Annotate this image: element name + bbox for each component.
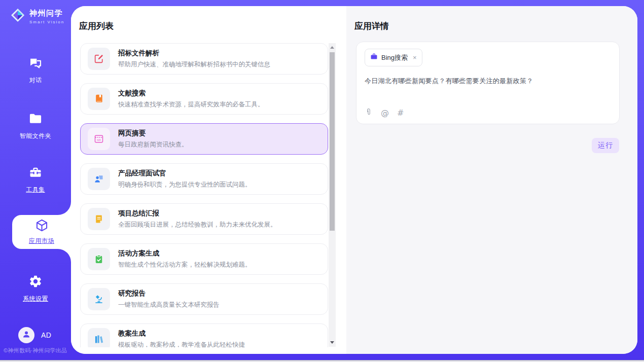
sidebar-item-label: 智能文件夹 xyxy=(20,132,52,140)
folder-icon xyxy=(28,112,43,128)
app-detail-panel: 应用详情 Bing搜索 × 今日湖北有哪些新闻要点？有哪些需要关注的最新政策？ xyxy=(346,6,637,354)
app-desc: 帮助用户快速、准确地理解和解析招标书中的关键信息 xyxy=(118,60,270,69)
book-icon xyxy=(88,88,110,110)
app-list-panel: 应用列表 招标文件解析 帮助用户快速、准确地理解和解析招标书中的关键信息 文献搜… xyxy=(71,6,346,354)
app-title: 研究报告 xyxy=(118,289,220,298)
app-desc: 全面回顾项目进展，总结经验教训，助力未来优化发展。 xyxy=(118,221,277,229)
app-logo: 神州问学 Smart Vision xyxy=(10,8,64,25)
sidebar-item-app-market-active[interactable]: 应用市场 xyxy=(12,215,71,249)
avatar xyxy=(18,327,34,343)
sidebar-item-label: 应用市场 xyxy=(29,237,54,245)
app-list: 招标文件解析 帮助用户快速、准确地理解和解析招标书中的关键信息 文献搜索 快速精… xyxy=(80,43,328,347)
sidebar-item-toolset[interactable]: 工具集 xyxy=(0,165,71,194)
person-icon xyxy=(22,330,31,341)
prompt-card[interactable]: Bing搜索 × 今日湖北有哪些新闻要点？有哪些需要关注的最新政策？ @ # xyxy=(356,42,620,124)
scroll-down-arrow-icon[interactable] xyxy=(330,341,334,344)
app-desc: 明确身份和职责，为您提供专业性的面试问题。 xyxy=(118,180,252,189)
interview-icon xyxy=(88,168,110,190)
scrollbar-thumb[interactable] xyxy=(330,52,335,231)
app-list-title: 应用列表 xyxy=(79,20,114,32)
tool-tag-label: Bing搜索 xyxy=(381,53,408,62)
logo-subtitle: Smart Vision xyxy=(29,20,64,24)
sidebar-item-label: 对话 xyxy=(29,76,42,85)
prompt-text-input[interactable]: 今日湖北有哪些新闻要点？有哪些需要关注的最新政策？ xyxy=(365,77,611,86)
app-desc: 快速精准查找学术资源，提高研究效率的必备工具。 xyxy=(118,100,264,109)
svg-text:</>: </> xyxy=(97,138,101,141)
app-title: 活动方案生成 xyxy=(118,249,252,258)
tool-tag-bing-search[interactable]: Bing搜索 × xyxy=(365,49,422,66)
list-item-8[interactable]: 教案生成 模板驱动，教案秒成，教学准备从此轻松快捷 xyxy=(80,323,328,347)
clipboard-check-icon xyxy=(88,248,110,270)
paperclip-icon[interactable] xyxy=(365,108,373,118)
list-item-4[interactable]: 产品经理面试官 明确身份和职责，为您提供专业性的面试问题。 xyxy=(80,163,328,195)
at-icon[interactable]: @ xyxy=(381,109,389,117)
sidebar-item-label: 系统设置 xyxy=(23,295,48,303)
list-scrollbar[interactable] xyxy=(329,43,336,347)
app-title: 产品经理面试官 xyxy=(118,169,252,178)
list-item-2[interactable]: 文献搜索 快速精准查找学术资源，提高研究效率的必备工具。 xyxy=(80,83,328,115)
app-title: 网页摘要 xyxy=(118,129,188,138)
app-desc: 每日政府新闻资讯快查。 xyxy=(118,140,188,149)
app-detail-title: 应用详情 xyxy=(354,20,389,32)
hash-icon[interactable]: # xyxy=(397,109,404,117)
toolbox-icon xyxy=(28,165,43,182)
web-code-icon: </> xyxy=(88,128,110,150)
scroll-up-arrow-icon[interactable] xyxy=(330,46,334,49)
sidebar-item-settings[interactable]: 系统设置 xyxy=(0,274,71,303)
sidebar: 神州问学 Smart Vision 对话 智能文件夹 工具集 xyxy=(0,0,71,360)
app-desc: 模板驱动，教案秒成，教学准备从此轻松快捷 xyxy=(118,341,245,347)
edit-doc-icon xyxy=(88,48,110,70)
app-desc: 一键智能生成高质量长文本研究报告 xyxy=(118,301,220,309)
user-account[interactable]: AD xyxy=(18,327,51,343)
app-title: 招标文件解析 xyxy=(118,49,270,58)
chat-icon xyxy=(28,56,43,72)
list-item-1[interactable]: 招标文件解析 帮助用户快速、准确地理解和解析招标书中的关键信息 xyxy=(80,43,328,75)
sidebar-item-label: 工具集 xyxy=(26,186,45,194)
main-content: 应用列表 招标文件解析 帮助用户快速、准确地理解和解析招标书中的关键信息 文献搜… xyxy=(71,6,637,354)
gear-icon xyxy=(28,274,43,291)
attachment-toolbar: @ # xyxy=(365,108,404,118)
logo-title: 神州问学 xyxy=(29,9,64,18)
app-desc: 智能生成个性化活动方案，轻松解决规划难题。 xyxy=(118,261,252,269)
sidebar-item-chat[interactable]: 对话 xyxy=(0,56,71,85)
books-icon xyxy=(88,328,110,347)
list-item-6[interactable]: 活动方案生成 智能生成个性化活动方案，轻松解决规划难题。 xyxy=(80,243,328,275)
diamond-logo-icon xyxy=(10,8,25,25)
app-title: 文献搜索 xyxy=(118,89,264,98)
cube-icon xyxy=(35,219,49,234)
user-name: AD xyxy=(41,331,51,339)
window-bottom-edge xyxy=(0,360,644,362)
microscope-icon xyxy=(88,288,110,310)
briefcase-icon xyxy=(370,53,378,62)
close-icon[interactable]: × xyxy=(413,54,417,61)
app-title: 项目总结汇报 xyxy=(118,209,277,218)
run-button[interactable]: 运行 xyxy=(592,138,619,153)
sidebar-item-smart-folder[interactable]: 智能文件夹 xyxy=(0,112,71,140)
list-item-3[interactable]: </> 网页摘要 每日政府新闻资讯快查。 xyxy=(80,123,328,155)
list-item-7[interactable]: 研究报告 一键智能生成高质量长文本研究报告 xyxy=(80,283,328,315)
app-title: 教案生成 xyxy=(118,329,245,338)
note-icon xyxy=(88,208,110,230)
copyright-text: ©神州数码·神州问学出品 xyxy=(4,347,67,354)
bubble-curve xyxy=(58,202,71,262)
list-item-5[interactable]: 项目总结汇报 全面回顾项目进展，总结经验教训，助力未来优化发展。 xyxy=(80,203,328,235)
